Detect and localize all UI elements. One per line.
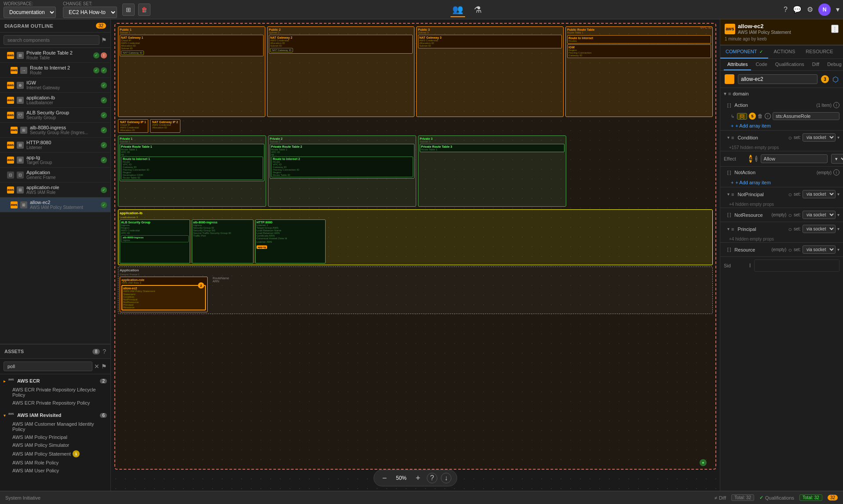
not-principal-dropdown[interactable]: via socket: [803, 190, 836, 198]
item-name-role: application-role: [26, 185, 98, 190]
add-action-item-btn[interactable]: + + Add array item: [720, 121, 843, 130]
not-action-header[interactable]: [ ] NotAction (empty) i: [720, 167, 843, 178]
user-avatar[interactable]: N: [818, 4, 831, 16]
iam-customer-item[interactable]: AWS IAM Customer Managed Identity Policy: [4, 420, 107, 433]
search-input[interactable]: [4, 35, 99, 45]
outline-item-app-role[interactable]: aws ⊞ application-role AWS IAM Role ✓: [0, 183, 110, 197]
pub2-label: Public 2: [269, 28, 413, 31]
status-right: ≠ Diff Total: 32 ✓ Qualifications Total:…: [715, 494, 838, 501]
delete-btn[interactable]: 🗑: [138, 4, 150, 16]
effect-info-icon[interactable]: i: [755, 156, 757, 162]
attr-tab-debug[interactable]: Debug: [824, 59, 843, 70]
delete-item-0-icon[interactable]: 🗑: [758, 113, 763, 119]
zoom-plus-btn[interactable]: +: [413, 473, 423, 483]
outline-item-route-internet-2[interactable]: aws → Route to Internet 2 Route ✓ ✓: [0, 63, 110, 78]
filter-icon[interactable]: ⚑: [101, 37, 107, 44]
outline-item-application[interactable]: ⊡ ⊡ Application Generic Frame: [0, 168, 110, 183]
canvas-area[interactable]: VPC ID Public 1 Subnet 1 NAT Gateway 1 C…: [111, 19, 720, 491]
action-item-0-input[interactable]: [773, 112, 839, 120]
resource-dropdown[interactable]: via socket: [803, 245, 836, 254]
not-action-info-icon[interactable]: i: [833, 169, 839, 175]
item-type: Route Table: [26, 55, 91, 60]
condition-header[interactable]: ▾ ≡ Condition ○ set: via socket ▾: [720, 131, 843, 144]
diff-item[interactable]: ≠ Diff: [715, 495, 726, 500]
iam-user-policy-item[interactable]: AWS IAM User Policy: [4, 467, 107, 475]
qualifications-item[interactable]: ✓ Qualifications: [759, 495, 794, 500]
settings-icon[interactable]: ⚙: [807, 5, 813, 14]
attr-tab-attributes[interactable]: Attributes: [724, 59, 751, 70]
iam-principal-item[interactable]: AWS IAM Policy Principal: [4, 433, 107, 441]
natgw1-subnet: Subnet ID: [121, 47, 262, 50]
item-info-http: HTTP:8080 Listener: [26, 140, 98, 150]
not-principal-header[interactable]: ▾ ≡ NotPrincipal ○ set: via socket ▾: [720, 187, 843, 201]
outline-item-http8080[interactable]: aws ⊞ HTTP:8080 Listener ✓: [0, 138, 110, 153]
outline-item-app-tg[interactable]: aws ⊞ app-tg Target Group ✓: [0, 153, 110, 168]
pub-rt-label: Public Route Table: [567, 28, 711, 31]
add-not-action-item-btn[interactable]: + + Add array item: [720, 178, 843, 187]
iam-role-policy-item[interactable]: AWS IAM Role Policy: [4, 459, 107, 467]
outline-item-allow-ec2[interactable]: aws ⊞ allow-ec2 AWS IAM Policy Statement…: [0, 197, 110, 212]
effect-dropdown[interactable]: ▾: [831, 154, 843, 164]
comp-name-input[interactable]: [738, 74, 817, 84]
sid-input[interactable]: [754, 259, 839, 272]
zoom-minus-btn[interactable]: −: [379, 473, 390, 483]
clear-search-icon[interactable]: ✕: [94, 363, 99, 370]
workspace-select[interactable]: Documentation: [4, 7, 56, 18]
comp-color-swatch[interactable]: [725, 74, 734, 84]
iam-statement-item[interactable]: AWS IAM Policy Statement 1: [4, 449, 107, 459]
asset-group-header-ecr[interactable]: ▸ aws AWS ECR 2: [4, 376, 107, 386]
alb-sg-title: ALB Security Group: [121, 221, 189, 224]
alb-ingress-node: alb-8080-ingress Ingress: [121, 235, 189, 242]
iam-simulator-item[interactable]: AWS IAM Policy Simulator: [4, 441, 107, 449]
help-icon[interactable]: ?: [784, 6, 788, 14]
cube-icon[interactable]: ⬡: [832, 75, 839, 84]
not-principal-arrow: ▾: [837, 192, 839, 197]
not-resource-circle: ○: [788, 212, 792, 219]
outline-item-private-route-table-2[interactable]: aws ⊞ Private Route Table 2 Route Table …: [0, 48, 110, 63]
outline-item-app-lb[interactable]: aws ⊞ application-lb Loadbalancer ✓: [0, 93, 110, 108]
not-resource-header[interactable]: [ ] NotResource (empty) ○ set: via socke…: [720, 208, 843, 222]
condition-set-dropdown[interactable]: via socket: [803, 133, 836, 142]
attr-tab-code[interactable]: Code: [752, 59, 770, 70]
item-name-igw: IGW: [26, 80, 98, 85]
layout-btn[interactable]: ⊞: [122, 4, 135, 16]
flask-btn[interactable]: ⚗: [472, 2, 484, 17]
discord-icon[interactable]: 💬: [793, 5, 802, 14]
assets-help-icon[interactable]: ?: [103, 348, 106, 355]
status-green-1: ✓: [93, 67, 99, 73]
asset-group-header-iam[interactable]: ▾ aws AWS IAM Revisited 6: [4, 410, 107, 420]
not-principal-set-row: ○ set: via socket ▾: [788, 190, 839, 198]
route-internet-1: Route to Internet 1 Route VPC ID Gateway…: [121, 157, 263, 180]
item-0-info-icon[interactable]: i: [765, 113, 771, 119]
assets-search-input[interactable]: [4, 362, 92, 371]
not-resource-dropdown[interactable]: via socket: [803, 211, 836, 219]
canvas-help-btn[interactable]: ?: [427, 473, 437, 483]
chevron-down-icon[interactable]: ▾: [836, 5, 839, 14]
attr-tab-diff[interactable]: Diff: [809, 59, 823, 70]
tab-component[interactable]: COMPONENT ✓: [720, 45, 768, 58]
domain-section-header[interactable]: ▾ ≡ domain: [720, 88, 843, 99]
action-header[interactable]: [ ] Action (1 Item) i: [720, 99, 843, 111]
canvas-download-btn[interactable]: ↓: [441, 473, 451, 483]
ecr-policy-item[interactable]: AWS ECR Private Repository Policy: [4, 399, 107, 407]
principal-header[interactable]: ▾ ≡ Principal ○ set: via socket ▾: [720, 222, 843, 236]
outline-item-alb-sg[interactable]: aws 🛡 ALB Security Group Security Group …: [0, 108, 110, 123]
tab-actions[interactable]: ACTIONS: [768, 45, 800, 58]
outline-item-ingress[interactable]: aws ⊞ alb-8080-ingress Security Group Ru…: [0, 123, 110, 138]
tab-resource[interactable]: RESOURCE: [800, 45, 838, 58]
ecr-lifecycle-item[interactable]: AWS ECR Private Repository Lifecycle Pol…: [4, 386, 107, 399]
index-5-num: 5: [749, 113, 756, 120]
alb-content: ALB Security Group Ingress Region AWS Cr…: [120, 219, 711, 263]
natgw3: NAT Gateway 3 AWS Credential Allocation …: [418, 35, 562, 48]
changeset-label: CHANGE SET:: [63, 1, 117, 7]
resource-header[interactable]: [ ] Resource (empty) ○ set: via socket ▾: [720, 243, 843, 256]
right-menu-btn[interactable]: ⋮: [831, 25, 839, 33]
attr-tab-qualifications[interactable]: Qualifications: [772, 59, 808, 70]
assets-filter-icon[interactable]: ⚑: [101, 363, 107, 370]
changeset-select[interactable]: EC2 HA How-to: [63, 7, 117, 18]
action-info-icon[interactable]: i: [833, 102, 839, 108]
outline-item-igw[interactable]: aws ⊕ IGW Internet Gateway ✓: [0, 78, 110, 93]
effect-input[interactable]: [761, 154, 828, 163]
principal-dropdown[interactable]: via socket: [803, 225, 836, 233]
people-btn[interactable]: 👥: [451, 2, 465, 17]
